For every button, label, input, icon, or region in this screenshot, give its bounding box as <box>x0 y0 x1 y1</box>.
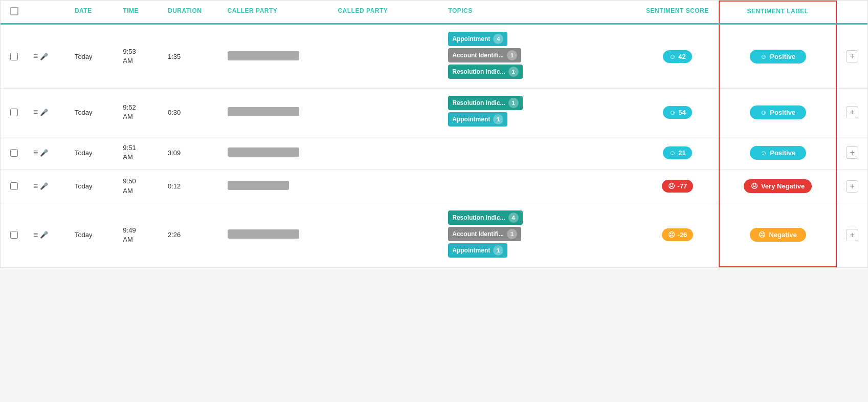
expand-button[interactable]: + <box>846 180 858 193</box>
row-topics: Appointment4Account Identifi...1Resoluti… <box>443 24 636 89</box>
row-checkbox[interactable] <box>10 182 18 190</box>
row-time: 9:51 AM <box>118 136 163 170</box>
sentiment-badge[interactable]: ☺Positive <box>750 50 806 64</box>
row-checkbox-cell <box>1 89 28 136</box>
list-icon[interactable]: ≡ <box>33 148 38 157</box>
caller-bar <box>228 107 299 116</box>
topic-tag[interactable]: Resolution Indic...4 <box>448 210 522 225</box>
table-row: ≡🎤Today9:49 AM2:26Resolution Indic...4Ac… <box>1 203 867 267</box>
row-duration: 3:09 <box>163 136 222 170</box>
row-sentiment-label: ☺Positive <box>719 24 836 89</box>
row-sentiment-score: ☹-77 <box>636 170 719 203</box>
row-sentiment-label: ☹Negative <box>719 203 836 267</box>
list-icon[interactable]: ≡ <box>33 182 38 191</box>
mic-icon[interactable]: 🎤 <box>40 53 48 60</box>
sentiment-text: Positive <box>770 53 795 60</box>
row-expand-cell: + <box>836 203 867 267</box>
score-value: -26 <box>678 231 687 239</box>
row-date: Today <box>70 136 118 170</box>
row-checkbox-cell <box>1 170 28 203</box>
row-expand-cell: + <box>836 89 867 136</box>
sentiment-badge[interactable]: ☹Negative <box>750 228 806 242</box>
sentiment-text: Very Negative <box>761 182 805 190</box>
sentiment-badge[interactable]: ☺Positive <box>750 105 806 119</box>
row-sentiment-score: ☺54 <box>636 89 719 136</box>
row-caller-party <box>222 136 333 170</box>
score-badge: ☺54 <box>663 106 692 119</box>
row-checkbox[interactable] <box>10 53 18 60</box>
header-caller-party: CALLER PARTY <box>222 1 333 24</box>
caller-bar <box>228 147 299 157</box>
header-actions-col <box>28 1 70 24</box>
row-sentiment-label: ☺Positive <box>719 89 836 136</box>
topic-tag[interactable]: Appointment4 <box>448 32 507 46</box>
row-sentiment-score: ☺42 <box>636 24 719 89</box>
row-topics: Resolution Indic...1Appointment1 <box>443 89 636 136</box>
row-topics <box>443 170 636 203</box>
table-header-row: DATE TIME DURATION CALLER PARTY CALLED P… <box>1 1 867 24</box>
row-checkbox[interactable] <box>10 149 18 157</box>
row-time: 9:52 AM <box>118 89 163 136</box>
topic-tag[interactable]: Appointment1 <box>448 112 507 126</box>
row-called-party <box>332 170 443 203</box>
row-expand-cell: + <box>836 136 867 170</box>
expand-button[interactable]: + <box>846 106 858 118</box>
topic-tag[interactable]: Account Identifi...1 <box>448 227 521 241</box>
row-caller-party <box>222 89 333 136</box>
sentiment-badge[interactable]: ☺Positive <box>750 146 806 160</box>
header-duration: DURATION <box>163 1 222 24</box>
topic-tag[interactable]: Resolution Indic...1 <box>448 65 522 79</box>
row-actions-cell: ≡🎤 <box>28 170 70 203</box>
row-expand-cell: + <box>836 170 867 203</box>
row-called-party <box>332 89 443 136</box>
row-duration: 2:26 <box>163 203 222 267</box>
expand-button[interactable]: + <box>846 50 858 62</box>
sentiment-text: Positive <box>770 149 795 157</box>
header-checkbox[interactable] <box>10 7 18 15</box>
row-date: Today <box>70 203 118 267</box>
row-caller-party <box>222 170 333 203</box>
row-checkbox-cell <box>1 203 28 267</box>
row-time: 9:50 AM <box>118 170 163 203</box>
score-smiley: ☺ <box>669 149 676 157</box>
mic-icon[interactable]: 🎤 <box>40 149 48 157</box>
score-smiley: ☹ <box>668 231 675 239</box>
list-icon[interactable]: ≡ <box>33 230 38 240</box>
sentiment-text: Negative <box>769 231 796 239</box>
row-actions-cell: ≡🎤 <box>28 89 70 136</box>
list-icon[interactable]: ≡ <box>33 108 38 117</box>
row-called-party <box>332 24 443 89</box>
row-checkbox-cell <box>1 24 28 89</box>
mic-icon[interactable]: 🎤 <box>40 231 48 239</box>
score-smiley: ☺ <box>669 53 676 60</box>
sentiment-smiley: ☹ <box>751 182 758 190</box>
score-value: -77 <box>678 182 687 190</box>
row-date: Today <box>70 170 118 203</box>
sentiment-badge[interactable]: ☹Very Negative <box>744 179 812 193</box>
header-topics: TOPICS <box>443 1 636 24</box>
expand-button[interactable]: + <box>846 229 858 241</box>
table-row: ≡🎤Today9:51 AM3:09☺21☺Positive+ <box>1 136 867 170</box>
sentiment-smiley: ☺ <box>760 53 767 60</box>
row-duration: 1:35 <box>163 24 222 89</box>
row-checkbox[interactable] <box>10 109 18 116</box>
sentiment-smiley: ☺ <box>760 109 767 116</box>
topic-tag[interactable]: Resolution Indic...1 <box>448 96 522 110</box>
row-duration: 0:12 <box>163 170 222 203</box>
sentiment-smiley: ☺ <box>760 149 767 157</box>
table-row: ≡🎤Today9:53 AM1:35Appointment4Account Id… <box>1 24 867 89</box>
mic-icon[interactable]: 🎤 <box>40 109 48 116</box>
expand-button[interactable]: + <box>846 146 858 159</box>
row-checkbox-cell <box>1 136 28 170</box>
header-sentiment-label: SENTIMENT LABEL <box>719 1 836 24</box>
caller-bar <box>228 181 289 190</box>
sentiment-smiley: ☹ <box>759 231 766 239</box>
caller-bar <box>228 51 299 60</box>
topic-tag[interactable]: Account Identifi...1 <box>448 48 521 62</box>
row-caller-party <box>222 203 333 267</box>
topic-tag[interactable]: Appointment1 <box>448 243 507 258</box>
mic-icon[interactable]: 🎤 <box>40 182 48 190</box>
row-checkbox[interactable] <box>10 231 18 239</box>
list-icon[interactable]: ≡ <box>33 52 38 61</box>
score-value: 42 <box>678 53 685 60</box>
